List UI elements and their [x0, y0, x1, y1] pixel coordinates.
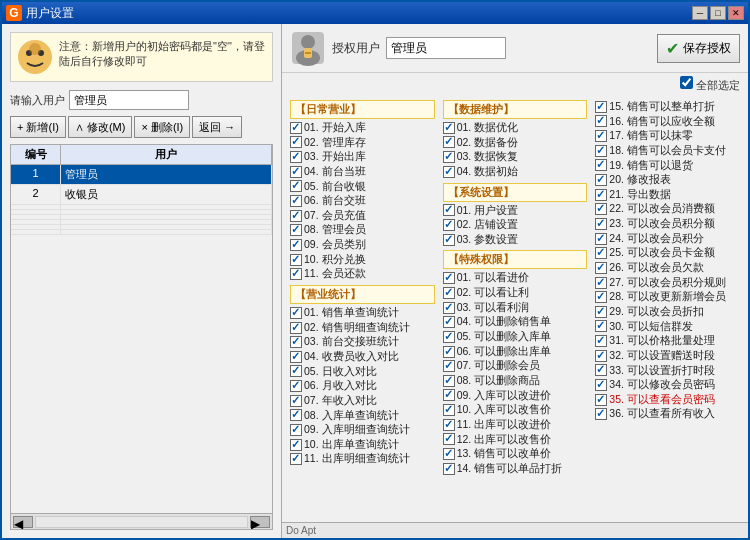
perm-checkbox[interactable]: [443, 316, 455, 328]
perm-col-3: 15. 销售可以整单打折 16. 销售可以应收全额 17. 销售可以抹零 18.…: [591, 100, 744, 518]
select-all-checkbox[interactable]: [680, 76, 693, 89]
perm-checkbox[interactable]: [443, 204, 455, 216]
scroll-track[interactable]: [35, 516, 248, 528]
perm-text: 01. 开始入库: [304, 121, 366, 135]
perm-text: 06. 月收入对比: [304, 379, 377, 393]
perm-checkbox[interactable]: [290, 336, 302, 348]
perm-checkbox[interactable]: [595, 233, 607, 245]
perm-checkbox[interactable]: [290, 224, 302, 236]
perm-checkbox[interactable]: [290, 239, 302, 251]
perm-checkbox[interactable]: [290, 307, 302, 319]
perm-checkbox[interactable]: [290, 180, 302, 192]
perm-checkbox[interactable]: [595, 130, 607, 142]
perm-checkbox[interactable]: [595, 262, 607, 274]
perm-checkbox[interactable]: [443, 360, 455, 372]
auth-user-input[interactable]: [386, 37, 506, 59]
perm-item: 04. 收费员收入对比: [290, 350, 435, 364]
perm-item: 30. 可以短信群发: [595, 320, 740, 334]
perm-checkbox[interactable]: [443, 287, 455, 299]
perm-checkbox[interactable]: [290, 439, 302, 451]
perm-checkbox[interactable]: [290, 166, 302, 178]
perm-checkbox[interactable]: [290, 322, 302, 334]
perm-checkbox[interactable]: [443, 302, 455, 314]
perm-checkbox[interactable]: [595, 306, 607, 318]
maximize-button[interactable]: □: [710, 6, 726, 20]
perm-checkbox[interactable]: [443, 122, 455, 134]
minimize-button[interactable]: ─: [692, 6, 708, 20]
perm-checkbox[interactable]: [290, 195, 302, 207]
perm-checkbox[interactable]: [290, 453, 302, 465]
perm-checkbox[interactable]: [595, 277, 607, 289]
edit-user-button[interactable]: ∧ 修改(M): [68, 116, 133, 138]
perm-checkbox[interactable]: [595, 291, 607, 303]
perm-checkbox[interactable]: [443, 375, 455, 387]
system-title: 【系统设置】: [443, 183, 588, 202]
user-name-input[interactable]: [69, 90, 189, 110]
perm-item: 07. 年收入对比: [290, 394, 435, 408]
perm-checkbox[interactable]: [290, 380, 302, 392]
perm-checkbox[interactable]: [595, 145, 607, 157]
save-auth-button[interactable]: ✔ 保存授权: [657, 34, 740, 63]
perm-text: 01. 销售单查询统计: [304, 306, 399, 320]
perm-checkbox[interactable]: [443, 331, 455, 343]
perm-checkbox[interactable]: [595, 350, 607, 362]
perm-checkbox[interactable]: [443, 234, 455, 246]
perm-checkbox[interactable]: [290, 122, 302, 134]
perm-checkbox[interactable]: [595, 189, 607, 201]
perm-checkbox[interactable]: [443, 219, 455, 231]
add-user-button[interactable]: + 新增(I): [10, 116, 66, 138]
perm-checkbox[interactable]: [595, 408, 607, 420]
perm-checkbox[interactable]: [443, 448, 455, 460]
perm-checkbox[interactable]: [443, 463, 455, 475]
perm-checkbox[interactable]: [595, 218, 607, 230]
perm-checkbox[interactable]: [595, 115, 607, 127]
perm-checkbox[interactable]: [443, 389, 455, 401]
perm-checkbox[interactable]: [443, 166, 455, 178]
perm-text: 12. 出库可以改售价: [457, 433, 552, 447]
perm-item: 29. 可以改会员折扣: [595, 305, 740, 319]
perm-checkbox[interactable]: [290, 395, 302, 407]
table-row[interactable]: 1 管理员: [11, 165, 272, 185]
table-row[interactable]: 2 收银员: [11, 185, 272, 205]
horizontal-scrollbar[interactable]: ◀ ▶: [11, 513, 272, 529]
perm-checkbox[interactable]: [595, 394, 607, 406]
perm-checkbox[interactable]: [290, 136, 302, 148]
perm-checkbox[interactable]: [595, 174, 607, 186]
table-row[interactable]: [11, 230, 272, 235]
perm-item: 07. 会员充值: [290, 209, 435, 223]
perm-checkbox[interactable]: [595, 379, 607, 391]
perm-checkbox[interactable]: [595, 159, 607, 171]
perm-checkbox[interactable]: [290, 424, 302, 436]
perm-checkbox[interactable]: [290, 365, 302, 377]
perm-checkbox[interactable]: [595, 320, 607, 332]
perm-checkbox[interactable]: [595, 335, 607, 347]
perm-checkbox[interactable]: [290, 351, 302, 363]
scroll-left-arrow[interactable]: ◀: [13, 516, 33, 528]
delete-user-button[interactable]: × 删除(I): [134, 116, 190, 138]
perm-item: 11. 出库可以改进价: [443, 418, 588, 432]
perm-checkbox[interactable]: [443, 419, 455, 431]
right-panel: 授权用户 ✔ 保存授权 全部选定 【日常营业】 01. 开始入库: [282, 24, 748, 538]
perm-checkbox[interactable]: [290, 151, 302, 163]
perm-item: 04. 可以删除销售单: [443, 315, 588, 329]
back-button[interactable]: 返回 →: [192, 116, 242, 138]
col-id: 编号: [11, 145, 61, 164]
perm-checkbox[interactable]: [290, 409, 302, 421]
perm-checkbox[interactable]: [443, 151, 455, 163]
perm-checkbox[interactable]: [595, 203, 607, 215]
perm-checkbox[interactable]: [595, 247, 607, 259]
scroll-right-arrow[interactable]: ▶: [250, 516, 270, 528]
perm-checkbox[interactable]: [443, 272, 455, 284]
close-button[interactable]: ✕: [728, 6, 744, 20]
auth-user-area: 授权用户: [290, 30, 506, 66]
perm-checkbox[interactable]: [290, 210, 302, 222]
perm-checkbox[interactable]: [443, 136, 455, 148]
perm-checkbox[interactable]: [443, 433, 455, 445]
perm-checkbox[interactable]: [443, 404, 455, 416]
perm-checkbox[interactable]: [290, 254, 302, 266]
perm-checkbox[interactable]: [443, 346, 455, 358]
title-buttons: ─ □ ✕: [692, 6, 744, 20]
perm-checkbox[interactable]: [290, 268, 302, 280]
perm-checkbox[interactable]: [595, 101, 607, 113]
perm-checkbox[interactable]: [595, 364, 607, 376]
